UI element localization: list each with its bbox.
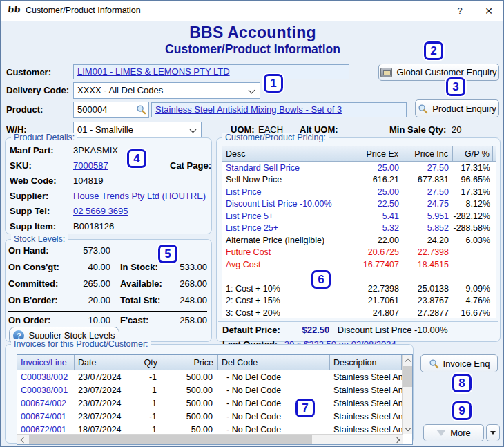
delivery-code-select[interactable]: XXXX - All Del Codes <box>73 82 260 99</box>
annotation-marker-2: 2 <box>424 41 443 60</box>
pricing-cell-price-inc: 677.831 <box>403 175 453 184</box>
invoice-row[interactable]: C00038/00123/07/20241500.00- No Del Code… <box>17 383 412 397</box>
invoices-group: Invoices for this Product/Customer: Invo… <box>5 344 414 444</box>
invoice-enquiry-button[interactable]: Invoice Enq <box>420 354 498 372</box>
customer-link[interactable]: LIM001 - LIMES & LEMONS PTY LTD <box>77 66 230 77</box>
detail-link[interactable]: 02 5669 3695 <box>73 206 128 216</box>
detail-link[interactable]: 7000587 <box>73 160 108 171</box>
pricing-row[interactable]: List Price 5+5.415.951-282.12% <box>222 210 496 222</box>
pricing-caption: Customer/Product Pricing: <box>222 133 329 142</box>
invoices-table: Invoice/Line Date Qty Price Del Code Des… <box>17 354 413 445</box>
annotation-marker-3: 3 <box>446 77 465 96</box>
horizontal-scrollbar[interactable] <box>17 434 403 444</box>
pricing-row[interactable]: 3: Cost + 20%24.80727.287716.67% <box>222 307 496 318</box>
product-code-input[interactable]: 500004 <box>73 102 149 118</box>
stock-levels-group: Stock Levels: On Hand:573.00On Cons'gt:4… <box>5 239 212 342</box>
global-customer-enquiry-label: Global Customer Enquiry <box>396 67 496 77</box>
pricing-cell-price-inc: 27.50 <box>403 187 453 197</box>
fcast-value: 258.00 <box>175 315 207 325</box>
pricing-row[interactable] <box>222 271 496 283</box>
pricing-col-gp[interactable]: G/P % <box>453 146 493 161</box>
pricing-cell-desc: List Price 5+ <box>222 211 353 221</box>
pricing-col-price-inc[interactable]: Price Inc <box>403 146 453 161</box>
col-price[interactable]: Price <box>162 355 218 370</box>
product-description-field[interactable]: Stainless Steel Antiskid Mixing Bowls - … <box>151 102 407 117</box>
horizontal-scroll-thumb[interactable] <box>29 435 312 444</box>
stock-value: 40.00 <box>72 262 110 272</box>
scroll-left-button[interactable] <box>17 435 28 445</box>
on-order-label: On Order: <box>8 315 72 325</box>
col-invoice-line[interactable]: Invoice/Line <box>17 355 75 370</box>
pricing-cell-price-inc: 24.75 <box>403 199 453 209</box>
scroll-up-button[interactable] <box>403 355 413 365</box>
pricing-row[interactable]: Future Cost20.672522.7398 <box>222 247 496 259</box>
close-button[interactable]: ✕ <box>476 1 502 21</box>
pricing-row[interactable]: 2: Cost + 15%21.706123.87674.76% <box>222 295 496 307</box>
on-order-value: 10.00 <box>72 315 110 325</box>
pricing-cell-desc: 3: Cost + 20% <box>222 308 353 318</box>
pricing-cell-price-inc: 23.8767 <box>403 296 453 305</box>
invoice-rows: C00038/00223/07/2024-1500.00- No Del Cod… <box>17 370 412 436</box>
stock-value: 268.00 <box>175 278 207 289</box>
product-enquiry-button[interactable]: Product Enquiry <box>415 99 499 117</box>
pricing-cell-gp: 6.03% <box>453 236 493 245</box>
product-details-rows: Manf Part:3PKASMIXSKU:7000587Web Code:10… <box>10 145 209 236</box>
invoice-cell-price: 50.00 <box>162 425 218 435</box>
stock-value: 265.00 <box>72 278 110 289</box>
pricing-cell-price-ex: 25.00 <box>353 187 403 197</box>
pricing-row[interactable]: Standard Sell Price25.0027.5017.31% <box>222 162 496 174</box>
invoice-row[interactable]: C00038/00223/07/2024-1500.00- No Del Cod… <box>17 370 412 383</box>
pricing-row[interactable]: Alternate Price (Ineligible)22.0024.206.… <box>222 234 496 247</box>
vertical-scroll-thumb[interactable] <box>403 366 412 387</box>
help-button[interactable]: ? <box>447 1 473 21</box>
global-customer-enquiry-button[interactable]: Global Customer Enquiry <box>378 64 499 81</box>
scroll-down-button[interactable] <box>403 424 413 434</box>
warehouse-value: 01 - Smallville <box>77 124 133 135</box>
pricing-cell-desc: Standard Sell Price <box>222 163 353 173</box>
more-dropdown-button[interactable] <box>486 424 500 441</box>
invoice-cell-description: Stainless Steel Antis <box>330 412 402 421</box>
col-del-code[interactable]: Del Code <box>218 355 330 370</box>
pricing-row[interactable]: 1: Cost + 10%22.739825.01389.09% <box>222 283 496 295</box>
stock-row: On B'order:20.00Total Stk:248.00 <box>8 295 209 312</box>
warehouse-select[interactable]: 01 - Smallville <box>73 122 202 137</box>
delivery-code-label: Delivery Code: <box>6 85 69 95</box>
product-description-link[interactable]: Stainless Steel Antiskid Mixing Bowls - … <box>155 104 342 115</box>
chevron-down-icon <box>405 425 410 430</box>
scroll-right-button[interactable] <box>393 435 403 445</box>
pricing-col-desc[interactable]: Desc <box>222 146 353 161</box>
pricing-header-row: Desc Price Ex Price Inc G/P % <box>222 146 496 162</box>
pricing-table: Desc Price Ex Price Inc G/P % Standard S… <box>222 146 496 318</box>
more-button[interactable]: More <box>423 424 484 441</box>
search-icon[interactable] <box>136 104 146 115</box>
stock-label: Total Stk: <box>120 295 175 305</box>
invoice-row[interactable]: 000674/00223/07/20241500.00- No Del Code… <box>17 397 412 410</box>
annotation-marker-9: 9 <box>452 401 472 420</box>
vertical-scrollbar[interactable] <box>402 355 412 434</box>
pricing-row[interactable]: List Price25.0027.5017.31% <box>222 186 496 198</box>
pricing-cell-price-ex: 24.807 <box>353 308 403 318</box>
col-qty[interactable]: Qty <box>130 355 162 370</box>
pricing-cell-price-inc: 24.20 <box>403 236 453 245</box>
pricing-cell-price-inc: 27.2877 <box>403 308 453 318</box>
pricing-cell-gp: -288.58% <box>453 223 493 233</box>
col-description[interactable]: Description <box>330 355 402 370</box>
pricing-cell-desc: 1: Cost + 10% <box>222 284 353 294</box>
pricing-row[interactable]: List Price 25+5.325.852-288.58% <box>222 222 496 235</box>
detail-link[interactable]: House Trends Pty Ltd (HOUTRE) <box>73 191 206 201</box>
invoice-row[interactable]: 000674/00123/07/2024-1500.00- No Del Cod… <box>17 410 412 423</box>
stock-levels-caption: Stock Levels: <box>11 234 68 244</box>
pricing-cell-gp: 8.12% <box>453 199 493 209</box>
stock-row: On Cons'gt:40.00In Stock:533.00 <box>8 262 209 278</box>
invoice-enquiry-label: Invoice Enq <box>443 359 490 369</box>
pricing-row[interactable]: Avg Cost16.7740718.4515 <box>222 258 496 271</box>
pricing-col-price-ex[interactable]: Price Ex <box>353 146 403 161</box>
chevron-left-icon <box>21 437 26 442</box>
pricing-row[interactable]: Discount List Price -10.00%22.5024.758.1… <box>222 198 496 211</box>
customer-field[interactable]: LIM001 - LIMES & LEMONS PTY LTD <box>73 64 349 79</box>
invoice-cell-description: Stainless Steel Antis <box>330 386 402 395</box>
pricing-row[interactable]: Sell Now Price616.21677.83196.65% <box>222 174 496 187</box>
col-date[interactable]: Date <box>75 355 130 370</box>
product-details-group: Product Details: Manf Part:3PKASMIXSKU:7… <box>5 137 212 234</box>
annotation-marker-7: 7 <box>295 399 315 417</box>
